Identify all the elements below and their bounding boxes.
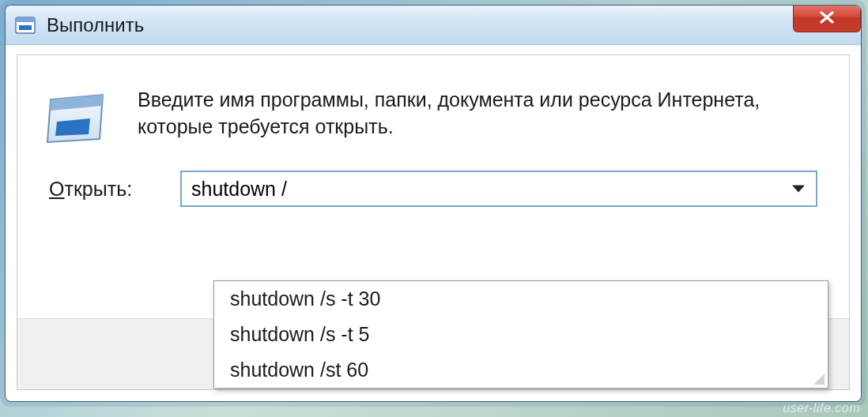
window-title: Выполнить (47, 14, 144, 36)
close-icon (819, 8, 835, 28)
content-top: Введите имя программы, папки, документа … (17, 55, 849, 155)
open-label: Открыть: (49, 178, 152, 201)
autocomplete-dropdown: shutdown /s -t 30 shutdown /s -t 5 shutd… (213, 280, 828, 389)
open-input-value[interactable]: shutdown / (191, 178, 287, 201)
watermark: user-life.com (783, 401, 860, 415)
run-dialog-window: Выполнить (5, 5, 862, 402)
suggestion-item[interactable]: shutdown /s -t 5 (214, 317, 828, 352)
client-area: Введите имя программы, папки, документа … (17, 54, 850, 390)
run-dialog-icon (41, 92, 109, 147)
resize-grip-icon[interactable] (812, 372, 825, 385)
svg-rect-1 (16, 17, 35, 22)
close-button[interactable] (793, 5, 861, 32)
titlebar[interactable]: Выполнить (6, 6, 861, 45)
suggestion-item[interactable]: shutdown /s -t 30 (214, 281, 828, 317)
dialog-description: Введите имя программы, папки, документа … (138, 87, 817, 147)
suggestion-item[interactable]: shutdown /st 60 (214, 352, 828, 388)
svg-rect-2 (19, 25, 32, 30)
input-row: Открыть: shutdown / (17, 155, 849, 207)
run-titlebar-icon (15, 17, 36, 34)
chevron-down-icon[interactable] (792, 186, 805, 193)
open-combobox[interactable]: shutdown / (180, 171, 817, 207)
